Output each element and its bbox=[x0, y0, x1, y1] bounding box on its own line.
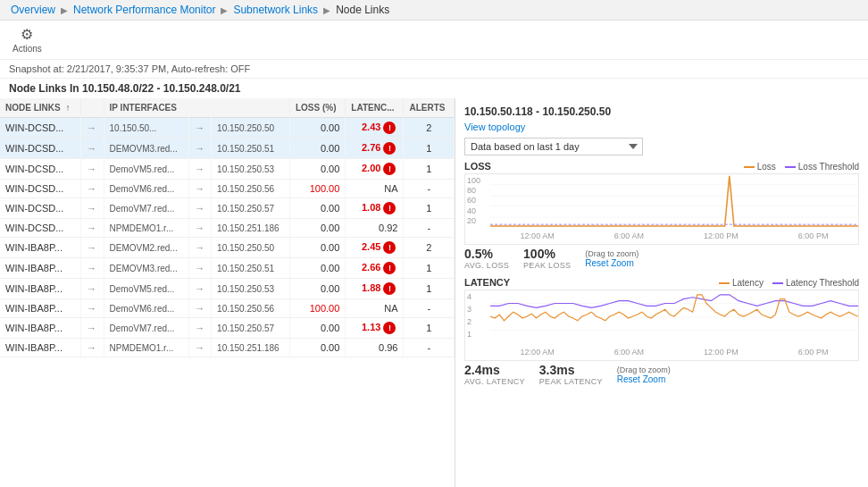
latency-chart-stats: 2.4ms AVG. LATENCY 3.3ms PEAK LATENCY (D… bbox=[464, 361, 859, 390]
cell-ip2: 10.150.250.56 bbox=[212, 180, 290, 198]
cell-ip1: DemoVM5.red... bbox=[104, 159, 188, 180]
cell-latency: 1.08 ! bbox=[346, 198, 404, 219]
table-row[interactable]: WIN-DCSD...→DemoVM5.red...→10.150.250.53… bbox=[0, 159, 455, 180]
page-subtitle: Node Links In 10.150.48.0/22 - 10.150.24… bbox=[0, 79, 868, 98]
actions-button[interactable]: ⚙ Actions bbox=[7, 24, 47, 55]
col-header-loss[interactable]: LOSS (%) bbox=[289, 98, 345, 118]
cell-node: WIN-DCSD... bbox=[0, 139, 81, 159]
table-row[interactable]: WIN-IBA8P...→NPMDEMO1.r...→10.150.251.18… bbox=[0, 339, 455, 357]
loss-chart-section: LOSS Loss Loss Threshold 100 80 60 40 20 bbox=[464, 161, 859, 273]
alert-icon: ! bbox=[383, 122, 396, 134]
peak-loss-stat: 100% PEAK LOSS bbox=[523, 247, 571, 270]
col-header-alerts[interactable]: ALERTS bbox=[404, 98, 455, 118]
breadcrumb-overview[interactable]: Overview bbox=[11, 4, 55, 16]
avg-loss-value: 0.5% bbox=[464, 247, 509, 261]
avg-loss-stat: 0.5% AVG. LOSS bbox=[464, 247, 509, 270]
view-topology-link[interactable]: View topology bbox=[464, 122, 859, 132]
cell-node: WIN-DCSD... bbox=[0, 159, 81, 180]
col-header-latency[interactable]: LATENC... bbox=[346, 98, 404, 118]
cell-ip2: 10.150.250.57 bbox=[212, 318, 290, 339]
loss-reset-zoom[interactable]: Reset Zoom bbox=[585, 258, 638, 268]
table-scroll[interactable]: NODE LINKS ↑ IP INTERFACES LOSS (%) LATE… bbox=[0, 98, 455, 487]
cell-latency: NA bbox=[346, 180, 404, 198]
cell-arrow1: → bbox=[81, 139, 104, 159]
table-row[interactable]: WIN-DCSD...→DemoVM6.red...→10.150.250.56… bbox=[0, 180, 455, 198]
col-header-ip-interfaces[interactable]: IP INTERFACES bbox=[104, 98, 289, 118]
cell-loss: 0.00 bbox=[289, 139, 345, 159]
cell-latency: 1.13 ! bbox=[346, 318, 404, 339]
latency-chart-container[interactable]: 4 3 2 1 bbox=[464, 290, 859, 361]
table-row[interactable]: WIN-IBA8P...→DemoVM5.red...→10.150.250.5… bbox=[0, 279, 455, 299]
table-row[interactable]: WIN-IBA8P...→DemoVM6.red...→10.150.250.5… bbox=[0, 299, 455, 318]
latency-chart-area bbox=[490, 290, 858, 344]
cell-ip1: DEMOVM2.red... bbox=[104, 238, 188, 258]
avg-latency-value: 2.4ms bbox=[464, 363, 525, 377]
cell-arrow2: → bbox=[188, 118, 212, 139]
avg-latency-label: AVG. LATENCY bbox=[464, 377, 525, 386]
cell-ip2: 10.150.250.51 bbox=[212, 139, 290, 159]
table-row[interactable]: WIN-IBA8P...→DEMOVM3.red...→10.150.250.5… bbox=[0, 258, 455, 279]
table-row[interactable]: WIN-IBA8P...→DemoVM7.red...→10.150.250.5… bbox=[0, 318, 455, 339]
cell-alerts: - bbox=[404, 219, 455, 238]
table-row[interactable]: WIN-DCSD...→10.150.50...→10.150.250.500.… bbox=[0, 118, 455, 139]
breadcrumb-npm[interactable]: Network Performance Monitor bbox=[73, 4, 215, 16]
peak-latency-stat: 3.3ms PEAK LATENCY bbox=[539, 363, 603, 386]
table-row[interactable]: WIN-DCSD...→NPMDEMO1.r...→10.150.251.186… bbox=[0, 219, 455, 238]
table-row[interactable]: WIN-DCSD...→DEMOVM3.red...→10.150.250.51… bbox=[0, 139, 455, 159]
cell-loss: 100.00 bbox=[289, 299, 345, 318]
cell-arrow1: → bbox=[81, 198, 104, 219]
cell-node: WIN-DCSD... bbox=[0, 118, 81, 139]
cell-alerts: 2 bbox=[404, 238, 455, 258]
cell-arrow2: → bbox=[188, 318, 212, 339]
cell-ip1: NPMDEMO1.r... bbox=[104, 219, 188, 238]
loss-chart-svg bbox=[490, 174, 858, 228]
cell-latency: 2.43 ! bbox=[346, 118, 404, 139]
col-header-node-links[interactable]: NODE LINKS ↑ bbox=[0, 98, 81, 118]
actions-icon: ⚙ bbox=[21, 26, 33, 43]
cell-ip2: 10.150.250.57 bbox=[212, 198, 290, 219]
main-layout: NODE LINKS ↑ IP INTERFACES LOSS (%) LATE… bbox=[0, 98, 868, 487]
cell-ip1: 10.150.50... bbox=[104, 118, 188, 139]
cell-loss: 0.00 bbox=[289, 219, 345, 238]
dropdown-wrap: Data based on last 1 day Data based on l… bbox=[464, 138, 859, 155]
cell-arrow1: → bbox=[81, 339, 104, 357]
cell-latency: 1.88 ! bbox=[346, 279, 404, 299]
cell-alerts: - bbox=[404, 180, 455, 198]
cell-node: WIN-DCSD... bbox=[0, 180, 81, 198]
cell-latency: NA bbox=[346, 299, 404, 318]
cell-node: WIN-DCSD... bbox=[0, 198, 81, 219]
peak-loss-value: 100% bbox=[523, 247, 571, 261]
breadcrumb-sep-1: ▶ bbox=[61, 5, 68, 15]
loss-chart-container[interactable]: 100 80 60 40 20 bbox=[464, 173, 859, 245]
latency-chart-svg bbox=[490, 290, 858, 344]
latency-chart-section: LATENCY Latency Latency Threshold 4 3 2 … bbox=[464, 277, 859, 390]
latency-drag-zoom-text: (Drag to zoom) bbox=[617, 365, 671, 374]
latency-dot-orange bbox=[719, 282, 730, 284]
cell-loss: 0.00 bbox=[289, 118, 345, 139]
cell-arrow2: → bbox=[188, 258, 212, 279]
latency-dot-purple bbox=[772, 282, 783, 284]
loss-chart-label: LOSS bbox=[464, 161, 491, 172]
data-range-dropdown[interactable]: Data based on last 1 day Data based on l… bbox=[464, 138, 643, 155]
cell-arrow2: → bbox=[188, 139, 212, 159]
table-row[interactable]: WIN-DCSD...→DemoVM7.red...→10.150.250.57… bbox=[0, 198, 455, 219]
actions-label: Actions bbox=[13, 44, 42, 54]
cell-node: WIN-IBA8P... bbox=[0, 299, 81, 318]
cell-loss: 0.00 bbox=[289, 318, 345, 339]
cell-arrow1: → bbox=[81, 299, 104, 318]
latency-legend-threshold: Latency Threshold bbox=[772, 278, 859, 288]
cell-ip2: 10.150.251.186 bbox=[212, 339, 290, 357]
cell-arrow1: → bbox=[81, 279, 104, 299]
alert-icon: ! bbox=[383, 163, 396, 175]
cell-latency: 2.76 ! bbox=[346, 139, 404, 159]
loss-chart-stats: 0.5% AVG. LOSS 100% PEAK LOSS (Drag to z… bbox=[464, 245, 859, 273]
cell-node: WIN-IBA8P... bbox=[0, 339, 81, 357]
cell-ip2: 10.150.250.51 bbox=[212, 258, 290, 279]
latency-reset-zoom[interactable]: Reset Zoom bbox=[617, 374, 671, 384]
cell-arrow2: → bbox=[188, 339, 212, 357]
breadcrumb-subnetwork[interactable]: Subnetwork Links bbox=[233, 4, 318, 16]
table-row[interactable]: WIN-IBA8P...→DEMOVM2.red...→10.150.250.5… bbox=[0, 238, 455, 258]
cell-alerts: 1 bbox=[404, 198, 455, 219]
snapshot-text: Snapshot at: 2/21/2017, 9:35:37 PM, Auto… bbox=[9, 63, 250, 74]
cell-loss: 0.00 bbox=[289, 339, 345, 357]
